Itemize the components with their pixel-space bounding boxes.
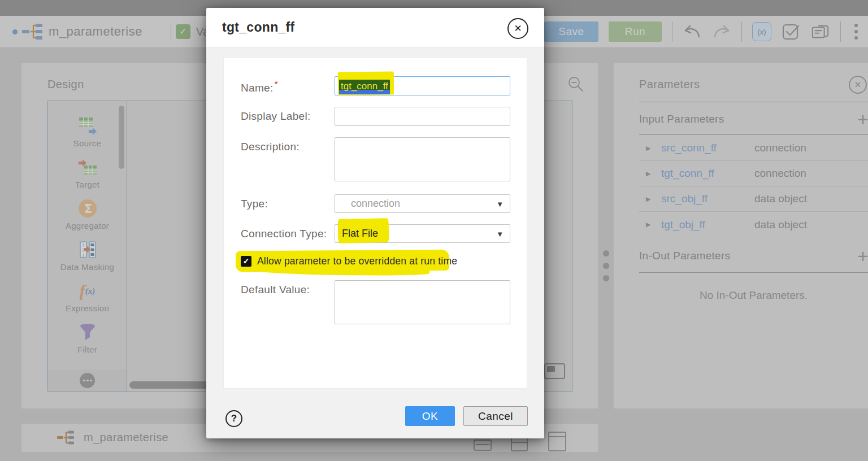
name-input-selected-text: tgt_conn_ff [339,80,390,94]
name-input[interactable]: tgt_conn_ff [335,76,510,95]
description-label: Description: [241,137,335,181]
override-checkbox-label: Allow parameter to be overridden at run … [257,255,457,267]
display-label-input[interactable] [335,107,510,126]
override-checkbox-row: ✓ Allow parameter to be overridden at ru… [241,254,527,268]
chevron-down-icon: ▼ [496,230,504,238]
type-dropdown-value: connection [351,198,400,210]
connection-type-label: Connection Type: [241,224,335,243]
default-value-textarea-field[interactable] [335,281,510,324]
cancel-button[interactable]: Cancel [463,406,528,426]
required-asterisk: * [274,80,278,89]
parameter-dialog: tgt_conn_ff ✕ Name:* tgt_conn_ff Display… [206,8,544,438]
display-label-label: Display Label: [241,107,335,126]
help-icon[interactable]: ? [225,410,242,427]
dialog-header: tgt_conn_ff ✕ [206,8,544,48]
description-textarea[interactable] [335,137,510,181]
dialog-form: Name:* tgt_conn_ff Display Label: Descri… [223,58,527,389]
override-checkbox[interactable]: ✓ [241,256,251,267]
close-icon[interactable]: ✕ [507,18,528,39]
ok-button[interactable]: OK [405,406,455,426]
check-icon: ✓ [243,256,250,266]
default-value-label: Default Value: [241,280,335,324]
default-value-textarea[interactable] [335,280,510,324]
description-textarea-field[interactable] [335,138,510,181]
dialog-title: tgt_conn_ff [222,20,295,35]
type-label: Type: [241,194,335,213]
display-label-input-field[interactable] [335,107,510,125]
name-label: Name:* [241,76,335,95]
chevron-down-icon: ▼ [496,200,504,208]
type-dropdown[interactable]: connection ▼ [335,194,510,213]
connection-type-dropdown-value: Flat File [342,228,378,240]
connection-type-dropdown[interactable]: Flat File ▼ [335,224,510,243]
